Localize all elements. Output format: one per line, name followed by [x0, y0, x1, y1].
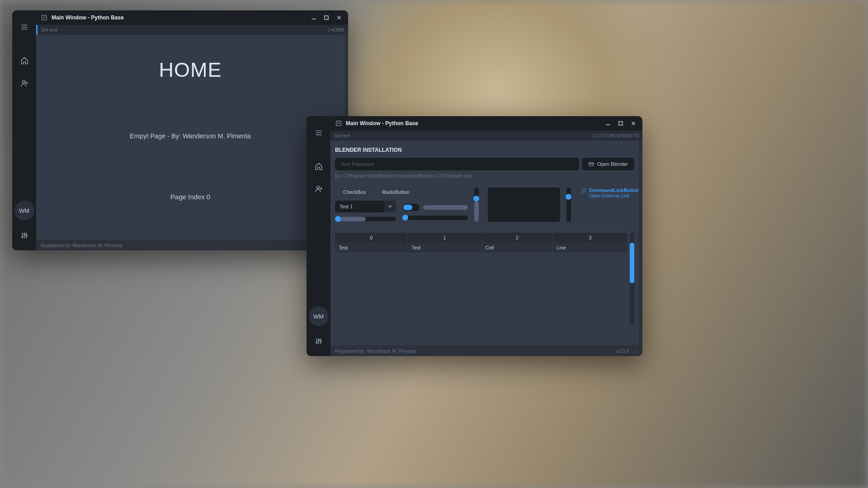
user-add-icon [315, 185, 323, 193]
breadcrumb-bar: Set text | HOME [36, 25, 348, 35]
svg-rect-5 [325, 16, 328, 19]
password-input[interactable] [335, 158, 579, 170]
breadcrumb-right: | HOME [328, 27, 344, 33]
main-panel: Main Window - Python Base Set text | CUS… [330, 116, 642, 356]
svg-point-2 [24, 234, 25, 235]
svg-point-6 [316, 186, 319, 189]
close-icon [336, 15, 342, 20]
status-credit: Registered by: Wanderson M. Pimenta [335, 348, 416, 354]
table-cell[interactable]: Line [553, 243, 628, 253]
table-cell[interactable]: Text [408, 243, 481, 253]
app-icon [41, 14, 48, 21]
vertical-scrollbar-2[interactable] [566, 188, 571, 222]
combobox[interactable]: Test 1 [335, 201, 396, 212]
menu-toggle-button[interactable] [16, 19, 33, 35]
nav-user-button[interactable] [311, 181, 327, 197]
svg-point-1 [22, 236, 23, 238]
svg-point-7 [316, 342, 317, 343]
minimize-icon [605, 121, 611, 126]
table-scrollbar[interactable] [630, 233, 634, 325]
sliders-icon [315, 337, 323, 345]
combobox-value: Test 1 [340, 204, 353, 209]
hamburger-icon [20, 23, 28, 31]
svg-point-9 [320, 341, 321, 342]
table-cell[interactable]: Cell [481, 243, 553, 253]
svg-rect-11 [619, 122, 623, 125]
path-hint: Ex: C:Program FilesBlender FoundationBle… [335, 170, 634, 185]
window-home: WM Main Window - Python Base Set text | … [12, 10, 348, 250]
table-header[interactable]: 3 [553, 233, 628, 243]
vertical-scrollbar-1[interactable] [474, 188, 479, 222]
status-credit: Registered by: Wanderson M. Pimenta [41, 243, 122, 248]
nav-home-button[interactable] [16, 52, 33, 69]
slider-1[interactable] [335, 217, 396, 221]
folder-open-icon [588, 161, 594, 167]
avatar[interactable]: WM [14, 201, 34, 221]
close-button[interactable] [627, 117, 640, 130]
table-header[interactable]: 2 [481, 233, 553, 243]
sidebar: WM [12, 10, 36, 250]
nav-settings-button[interactable] [16, 227, 33, 244]
page-content: BLENDER INSTALLATION Open Blender Ex: C:… [330, 141, 639, 345]
page-title: HOME [159, 58, 222, 82]
hamburger-icon [315, 129, 323, 137]
sliders-icon [20, 231, 28, 239]
user-add-icon [20, 79, 28, 87]
titlebar[interactable]: Main Window - Python Base [330, 116, 642, 131]
slider-3[interactable] [402, 216, 468, 220]
home-icon [315, 162, 323, 170]
home-icon [20, 56, 28, 65]
chevron-down-icon [384, 201, 396, 212]
table-header[interactable]: 1 [408, 233, 481, 243]
svg-point-0 [22, 80, 25, 83]
open-blender-label: Open Blender [597, 161, 628, 167]
nav-home-button[interactable] [311, 158, 327, 174]
page-content: HOME Empyt Page - By: Wanderson M. Pimen… [36, 35, 344, 239]
breadcrumb-bar: Set text | CUSTOM WIDGETS [330, 131, 642, 141]
window-title: Main Window - Python Base [346, 120, 418, 127]
maximize-button[interactable] [320, 11, 333, 24]
switch-toggle[interactable] [402, 204, 420, 211]
attachment-icon [580, 188, 586, 195]
statusbar: Registered by: Wanderson M. Pimenta [36, 240, 348, 250]
statusbar: Registered by: Wanderson M. Pimenta v1.0… [330, 346, 642, 356]
text-area[interactable] [488, 188, 560, 222]
checkbox-label: CheckBox [343, 189, 366, 195]
command-link-button[interactable]: CommandLinkButton Open External Link [580, 188, 634, 198]
window-title: Main Window - Python Base [52, 14, 124, 21]
window-widgets: WM Main Window - Python Base Set text | … [307, 116, 642, 356]
table-row[interactable]: Test Text Cell Line [335, 243, 628, 253]
main-panel: Main Window - Python Base Set text | HOM… [36, 10, 348, 250]
minimize-button[interactable] [307, 11, 320, 24]
maximize-button[interactable] [614, 117, 627, 130]
maximize-icon [618, 121, 623, 126]
breadcrumb-right: | CUSTOM WIDGETS [592, 133, 639, 138]
version-label: v1.0.0 [616, 348, 629, 354]
close-button[interactable] [333, 11, 345, 24]
maximize-icon [324, 15, 329, 20]
table-cell[interactable]: Test [335, 243, 408, 253]
minimize-button[interactable] [602, 117, 614, 130]
resize-grip-icon[interactable] [632, 348, 638, 354]
open-blender-button[interactable]: Open Blender [582, 158, 634, 170]
breadcrumb-left: Set text [334, 133, 350, 138]
nav-settings-button[interactable] [311, 333, 327, 349]
nav-user-button[interactable] [16, 75, 33, 91]
section-title: BLENDER INSTALLATION [335, 141, 634, 158]
close-icon [631, 121, 636, 126]
svg-point-8 [318, 339, 319, 341]
sidebar: WM [307, 116, 330, 356]
breadcrumb-left: Set text [41, 27, 57, 33]
avatar[interactable]: WM [309, 306, 329, 326]
menu-toggle-button[interactable] [311, 125, 327, 141]
command-link-title: CommandLinkButton [589, 188, 639, 193]
page-subtitle: Empyt Page - By: Wanderson M. Pimenta [130, 132, 251, 140]
minimize-icon [311, 15, 316, 20]
titlebar[interactable]: Main Window - Python Base [36, 10, 348, 25]
svg-point-3 [26, 235, 27, 236]
table-header[interactable]: 0 [335, 233, 408, 243]
slider-2[interactable] [423, 205, 468, 210]
app-icon [335, 120, 342, 127]
page-index-label: Page Index 0 [170, 193, 210, 201]
command-link-subtitle: Open External Link [589, 193, 639, 198]
